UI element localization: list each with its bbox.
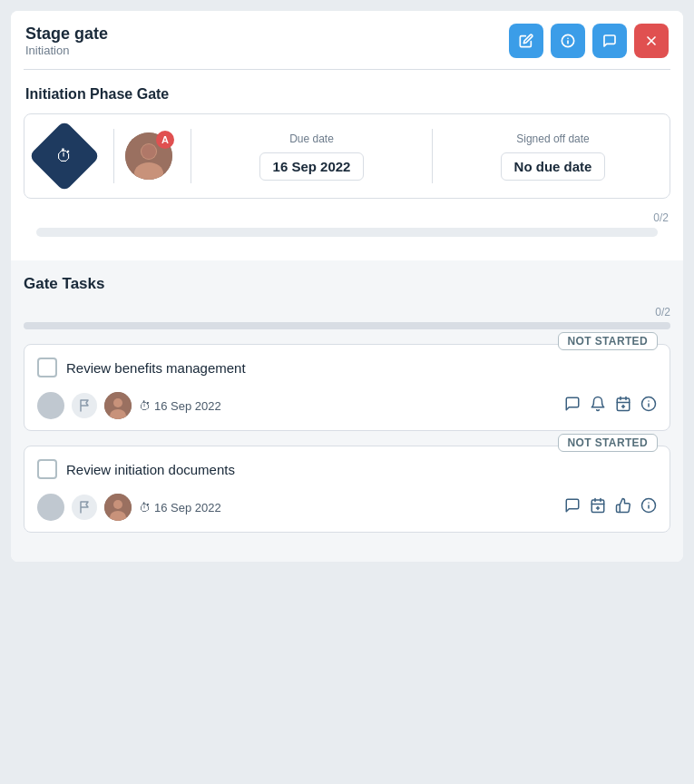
- info-icon-1[interactable]: [640, 396, 657, 416]
- top-progress-wrap: 0/2: [24, 211, 670, 251]
- header-actions: [509, 24, 669, 58]
- user-svg-2: [104, 494, 132, 521]
- signed-off-section: Signed off date No due date: [451, 132, 655, 181]
- header-title-block: Stage gate Initiation: [25, 24, 108, 57]
- task-assignee-avatar-empty-2: [37, 494, 64, 521]
- not-started-badge-2: NOT STARTED: [558, 434, 658, 452]
- task-checkbox-2[interactable]: [37, 459, 57, 479]
- task-card-2: Review initiation documents: [24, 446, 670, 533]
- svg-point-22: [113, 500, 122, 509]
- due-date-label: Due date: [210, 132, 414, 145]
- task-progress-count: 0/2: [24, 306, 670, 318]
- signed-off-label: Signed off date: [451, 132, 655, 145]
- comment-icon-2[interactable]: [564, 497, 581, 518]
- task-name-2: Review initiation documents: [66, 462, 235, 477]
- info-icon-2[interactable]: [640, 497, 657, 518]
- info-card: ⏱ A Due date 16 Sep 2022 Signed off date…: [24, 113, 670, 199]
- clock-icon-2: ⏱: [139, 501, 151, 514]
- task-checkbox-1[interactable]: [37, 358, 57, 377]
- task-user-photo-2: [104, 494, 132, 521]
- task-card-1: Review benefits management: [24, 344, 670, 431]
- gate-tasks-title: Gate Tasks: [24, 275, 670, 293]
- comment-button[interactable]: [592, 24, 627, 58]
- task-due-text-1: 16 Sep 2022: [154, 399, 221, 413]
- task-row-top-1: Review benefits management: [37, 358, 657, 377]
- top-progress-count: 0/2: [24, 211, 670, 224]
- svg-point-8: [142, 144, 156, 159]
- clock-icon-1: ⏱: [139, 399, 151, 413]
- sep3: [432, 129, 433, 183]
- task-row-bottom-2: ⏱ 16 Sep 2022: [37, 494, 657, 521]
- task-user-photo-1: [104, 392, 132, 419]
- diamond-icon: ⏱: [28, 120, 100, 191]
- calendar-plus-icon-1[interactable]: [615, 396, 631, 416]
- avatar-badge: A: [156, 131, 174, 149]
- flag-svg-2: [79, 501, 91, 514]
- task-icons-1: [564, 396, 657, 416]
- edit-button[interactable]: [509, 24, 543, 58]
- page-subtitle: Initiation: [25, 44, 108, 57]
- gate-tasks-section: Gate Tasks 0/2 NOT STARTED Review benefi…: [11, 260, 683, 562]
- bell-icon-1[interactable]: [590, 396, 606, 416]
- task-icons-2: [564, 497, 657, 518]
- flag-svg-1: [79, 399, 91, 412]
- comment-icon-1[interactable]: [564, 396, 581, 416]
- task-name-1: Review benefits management: [66, 360, 246, 376]
- header: Stage gate Initiation: [11, 11, 683, 69]
- sep1: [113, 129, 114, 183]
- not-started-badge-1: NOT STARTED: [558, 332, 658, 350]
- task-row-top-2: Review initiation documents: [37, 459, 657, 479]
- task-due-1: ⏱ 16 Sep 2022: [139, 399, 557, 413]
- user-svg-1: [104, 392, 132, 419]
- flag-icon-1[interactable]: [72, 393, 97, 418]
- diamond-clock-icon: ⏱: [56, 147, 73, 166]
- calendar-plus-icon-2[interactable]: [590, 497, 606, 518]
- task-card-wrap-1: NOT STARTED Review benefits management: [24, 344, 670, 431]
- task-due-text-2: 16 Sep 2022: [154, 501, 221, 514]
- close-button[interactable]: [634, 24, 669, 58]
- due-date-value: 16 Sep 2022: [259, 152, 365, 181]
- signed-off-value: No due date: [501, 152, 606, 181]
- thumbs-up-icon-2[interactable]: [615, 497, 631, 518]
- info-button[interactable]: [551, 24, 585, 58]
- page-title: Stage gate: [25, 24, 108, 44]
- task-due-2: ⏱ 16 Sep 2022: [139, 501, 557, 514]
- task-card-wrap-2: NOT STARTED Review initiation documents: [24, 446, 670, 533]
- top-progress-bar: [36, 228, 658, 237]
- task-row-bottom-1: ⏱ 16 Sep 2022: [37, 392, 657, 419]
- flag-icon-2[interactable]: [72, 495, 97, 520]
- avatar-wrap: A: [125, 132, 172, 180]
- task-progress-bar: [24, 322, 670, 329]
- svg-point-10: [113, 398, 122, 407]
- task-assignee-avatar-empty-1: [37, 392, 64, 419]
- sep2: [191, 129, 191, 183]
- due-date-section: Due date 16 Sep 2022: [210, 132, 414, 181]
- section-title: Initiation Phase Gate: [11, 70, 683, 113]
